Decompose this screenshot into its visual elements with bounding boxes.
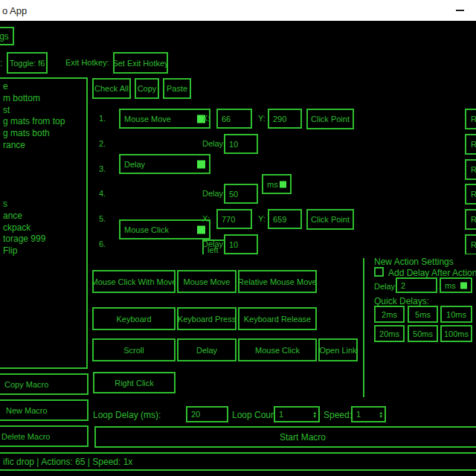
new-action-settings-title: New Action Settings <box>374 257 454 267</box>
remove-label: R <box>471 240 476 249</box>
toggle-hotkey-label-fragment: : <box>0 58 2 68</box>
add-delay-checkbox[interactable] <box>374 267 384 277</box>
y-label: Y: <box>258 214 266 223</box>
speed-label: Speed: <box>324 410 352 420</box>
right-click-button[interactable]: Right Click <box>93 372 176 393</box>
remove-button[interactable]: R <box>465 234 476 254</box>
delay-unit-dropdown[interactable]: ms <box>262 174 292 194</box>
keyboard-press-label: Keyboard Press <box>178 315 236 324</box>
panel-divider <box>363 258 364 397</box>
set-exit-hotkey-button[interactable]: Set Exit Hotkey <box>113 52 168 74</box>
mouse-click-button[interactable]: Mouse Click <box>238 338 317 361</box>
click-point-button[interactable]: Click Point <box>306 209 354 230</box>
quick-delay-10ms-button[interactable]: 10ms <box>440 306 472 323</box>
keyboard-release-button[interactable]: Keyboard Release <box>238 307 317 330</box>
minimize-button[interactable] <box>449 0 470 21</box>
quick-delay-50ms-button[interactable]: 50ms <box>408 325 438 342</box>
remove-button[interactable]: R <box>465 109 476 129</box>
loop-delay-input[interactable]: 20 <box>186 406 228 422</box>
window-title: o App <box>2 5 27 16</box>
row-number: 3. <box>99 164 106 173</box>
action-type-dropdown[interactable]: Mouse Move <box>119 109 210 129</box>
paste-button[interactable]: Paste <box>163 78 191 99</box>
remove-button[interactable]: R <box>465 209 476 230</box>
delay-input[interactable]: 10 <box>224 234 258 254</box>
loop-delay-label: Loop Delay (ms): <box>93 410 161 420</box>
stepper-arrows-icon[interactable]: ▴▾ <box>313 411 316 418</box>
mouse-move-button[interactable]: Mouse Move <box>177 270 237 293</box>
add-delay-checkbox-label: Add Delay After Action <box>388 268 476 278</box>
scroll-label: Scroll <box>123 346 144 355</box>
y-label: Y: <box>258 114 266 123</box>
relative-mouse-move-label: Relative Mouse Move <box>238 277 317 286</box>
stepper-arrows-icon[interactable]: ▴▾ <box>379 411 382 418</box>
new-macro-label: New Macro <box>6 406 48 415</box>
delay-label: Delay <box>196 346 217 355</box>
action-rows-viewport: 1. Mouse Move X: 66 Y: 290 Click Point R… <box>0 104 476 254</box>
action-type-dropdown[interactable]: Delay <box>119 154 210 174</box>
set-exit-hotkey-button-label: Set Exit Hotkey <box>113 59 168 68</box>
action-type-dropdown[interactable]: Mouse Click <box>119 219 210 239</box>
delay-label: Delay <box>202 239 223 248</box>
keyboard-press-button[interactable]: Keyboard Press <box>177 307 237 330</box>
x-label: X: <box>202 214 210 223</box>
y-input[interactable]: 659 <box>268 209 302 229</box>
quick-delay-label: 5ms <box>415 310 431 319</box>
speed-stepper[interactable]: 1 ▴▾ <box>351 406 386 422</box>
delay-input[interactable]: 50 <box>224 184 258 204</box>
delay-button[interactable]: Delay <box>177 338 237 361</box>
toggle-hotkey-button[interactable]: Toggle: f6 <box>7 52 48 74</box>
copy-macro-button[interactable]: Copy Macro <box>0 373 89 395</box>
dropdown-indicator-icon <box>197 225 205 234</box>
tab-settings[interactable]: gs <box>0 27 14 45</box>
row-number: 5. <box>99 214 106 223</box>
y-input[interactable]: 290 <box>268 109 302 129</box>
x-input[interactable]: 66 <box>216 109 252 129</box>
action-type-value: Mouse Move <box>124 115 171 123</box>
quick-delay-5ms-button[interactable]: 5ms <box>408 306 438 323</box>
new-macro-button[interactable]: New Macro <box>0 399 89 421</box>
quick-delay-2ms-button[interactable]: 2ms <box>374 306 405 323</box>
open-link-button[interactable]: Open Link <box>318 338 358 361</box>
relative-mouse-move-button[interactable]: Relative Mouse Move <box>238 270 317 293</box>
list-item[interactable]: e <box>3 81 86 93</box>
copy-label: Copy <box>138 84 157 93</box>
keyboard-label: Keyboard <box>116 315 151 324</box>
new-delay-value: 2 <box>401 281 405 290</box>
remove-label: R <box>471 140 476 149</box>
title-bar: o App <box>0 0 476 21</box>
loop-count-stepper[interactable]: 1 ▴▾ <box>274 406 320 422</box>
mouse-click-with-move-button[interactable]: Mouse Click With Move <box>92 270 176 293</box>
dropdown-indicator-icon <box>197 160 205 168</box>
quick-delay-100ms-button[interactable]: 100ms <box>440 325 472 342</box>
list-item[interactable]: m bottom <box>3 93 86 105</box>
delete-macro-button[interactable]: Delete Macro <box>0 425 89 447</box>
remove-label: R <box>471 190 476 199</box>
y-value: 659 <box>273 215 286 224</box>
x-value: 770 <box>222 215 235 224</box>
new-delay-unit-value: ms <box>445 281 456 290</box>
tab-label: gs <box>0 31 9 42</box>
start-macro-button[interactable]: Start Macro <box>94 426 476 448</box>
mouse-click-with-move-label: Mouse Click With Move <box>92 277 176 286</box>
mouse-click-label: Mouse Click <box>255 346 300 355</box>
remove-button[interactable]: R <box>465 134 476 155</box>
delay-label: Delay <box>202 189 223 198</box>
delay-value: 10 <box>229 240 238 249</box>
check-all-button[interactable]: Check All <box>92 78 131 99</box>
dropdown-indicator-icon <box>460 282 467 289</box>
x-input[interactable]: 770 <box>216 209 252 229</box>
dropdown-indicator-icon <box>280 181 286 187</box>
paste-label: Paste <box>167 84 187 93</box>
new-delay-unit-dropdown[interactable]: ms <box>440 277 472 293</box>
scroll-button[interactable]: Scroll <box>92 338 176 361</box>
remove-button[interactable]: R <box>465 159 476 180</box>
remove-button[interactable]: R <box>465 184 476 205</box>
quick-delay-20ms-button[interactable]: 20ms <box>374 325 405 342</box>
click-point-button[interactable]: Click Point <box>306 109 354 129</box>
delay-input[interactable]: 10 <box>224 134 258 154</box>
copy-button[interactable]: Copy <box>135 78 159 99</box>
new-delay-input[interactable]: 2 <box>396 277 437 293</box>
action-type-value: Delay <box>124 160 145 169</box>
keyboard-button[interactable]: Keyboard <box>92 307 176 330</box>
